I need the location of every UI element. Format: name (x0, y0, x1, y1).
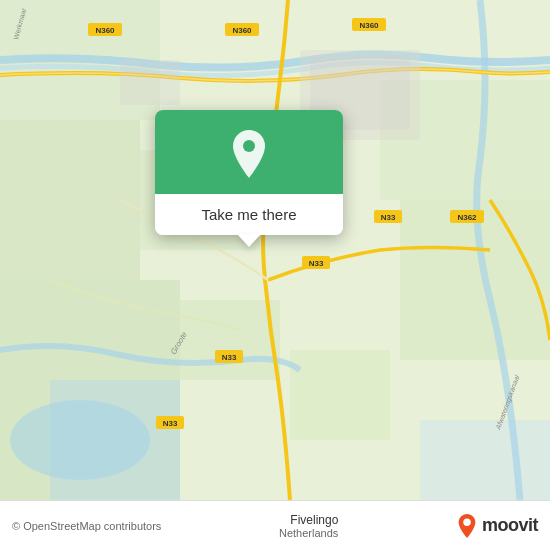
svg-rect-14 (120, 60, 180, 105)
svg-text:N360: N360 (232, 26, 252, 35)
moovit-pin-icon (456, 513, 478, 539)
svg-text:N360: N360 (359, 21, 379, 30)
map-view[interactable]: N360 N360 N360 N33 N33 N33 N33 N362 Groo… (0, 0, 550, 500)
svg-point-35 (463, 518, 470, 525)
moovit-logo-text: moovit (482, 515, 538, 536)
location-popup: Take me there (155, 110, 343, 235)
svg-text:N33: N33 (163, 419, 178, 428)
map-background: N360 N360 N360 N33 N33 N33 N33 N362 Groo… (0, 0, 550, 500)
popup-pointer (237, 234, 261, 247)
svg-rect-8 (420, 420, 550, 500)
svg-rect-10 (290, 350, 390, 440)
location-pin-icon (227, 128, 271, 180)
location-name: Fivelingo (290, 513, 338, 527)
svg-text:N33: N33 (381, 213, 396, 222)
footer-bar: © OpenStreetMap contributors Fivelingo N… (0, 500, 550, 550)
svg-text:N362: N362 (457, 213, 477, 222)
location-country: Netherlands (279, 527, 338, 539)
svg-text:N33: N33 (309, 259, 324, 268)
take-me-there-button[interactable]: Take me there (155, 194, 343, 235)
svg-text:N360: N360 (95, 26, 115, 35)
svg-text:N33: N33 (222, 353, 237, 362)
popup-icon-bg (155, 110, 343, 194)
location-info: Fivelingo Netherlands (279, 513, 338, 539)
svg-rect-2 (0, 120, 140, 280)
svg-rect-9 (180, 300, 280, 380)
svg-point-11 (10, 400, 150, 480)
attribution-text: © OpenStreetMap contributors (12, 520, 161, 532)
svg-point-34 (243, 140, 255, 152)
moovit-logo: moovit (456, 513, 538, 539)
